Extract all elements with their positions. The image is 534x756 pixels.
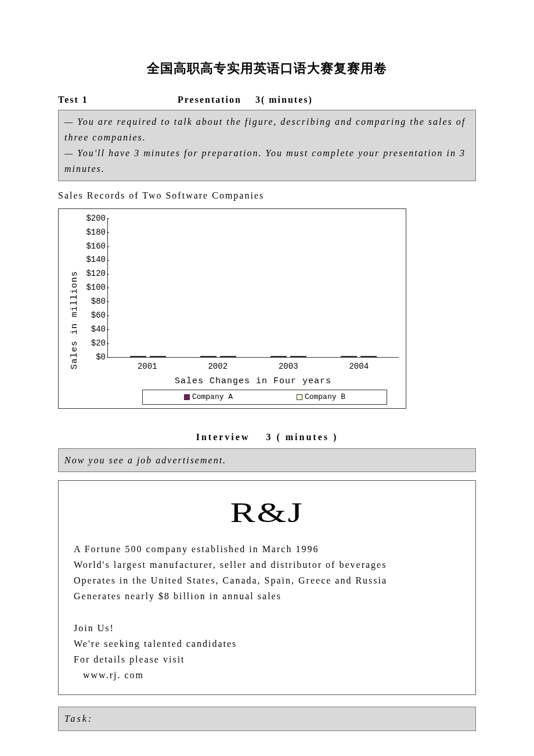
bar-company-b [290,356,306,357]
chart-caption: Sales Records of Two Software Companies [58,188,476,203]
y-tick: $200 [80,212,106,225]
section-timing: 3( minutes) [255,95,313,105]
task-box: Task: [58,707,476,730]
task-label: Task: [64,714,93,723]
presentation-header: Test 1 Presentation 3( minutes) [58,92,476,107]
ad-join: Join Us! [74,620,460,636]
legend-swatch-icon [184,394,190,400]
bar-company-a [130,356,146,357]
bar-company-a [200,356,217,357]
ad-logo: R&J [6,489,528,537]
instruction-line: — You'll have 3 minutes for preparation.… [64,145,470,177]
section-label: Presentation [178,95,241,105]
bar-group [270,356,306,357]
y-tick: $160 [80,240,106,253]
bar-company-b [150,356,166,357]
interview-intro: Now you see a job advertisement. [58,448,476,472]
ad-line: Operates in the United States, Canada, S… [74,573,460,588]
bar-company-b [220,356,236,357]
y-tick: $100 [80,281,106,294]
chart: Sales in millions $0 $20 $40 $60 $80 $10… [58,208,406,409]
interview-header: Interview 3 ( minutes ) [58,430,476,445]
ad-line: A Fortune 500 company established in Mar… [74,541,460,557]
y-tick: $80 [80,295,106,308]
legend: Company A Company B [142,390,387,405]
bars [108,218,399,357]
presentation-instructions: — You are required to talk about the fig… [58,110,476,181]
y-tick: $120 [80,268,106,280]
ad-line: Generates nearly $8 billion in annual sa… [74,588,460,604]
bar-group [130,356,166,357]
y-tick: $180 [80,226,106,239]
legend-swatch-icon [297,394,302,400]
bar-company-a [341,356,357,357]
legend-label: Company A [192,391,233,404]
interview-timing: 3 ( minutes ) [266,432,338,442]
legend-item: Company A [184,391,233,404]
x-axis-label: Sales Changes in Four years [107,375,399,388]
y-tick: $60 [80,309,106,322]
y-axis-label: Sales in millions [66,218,82,405]
legend-item: Company B [297,391,345,404]
bar-group [341,356,377,357]
ad-seek: We're seeking talented candidates [74,636,460,651]
y-tick: $140 [80,254,106,267]
legend-label: Company B [305,391,345,404]
ad-details: For details please visit [74,651,460,667]
x-tick: 2002 [208,360,228,373]
x-tick: 2003 [279,360,298,373]
bar-group [200,356,236,357]
x-tick: 2004 [349,360,369,373]
x-ticks: 2001 2002 2003 2004 [107,358,399,373]
ad-line: World's largest manufacturer, seller and… [74,557,460,573]
interview-label: Interview [196,432,250,442]
job-advertisement: R&J A Fortune 500 company established in… [58,480,476,695]
bar-company-b [360,356,377,357]
y-tick: $40 [80,323,106,336]
test-number: Test 1 [58,92,174,107]
x-tick: 2001 [138,360,157,373]
instruction-line: — You are required to talk about the fig… [64,114,470,145]
y-tick: $0 [80,351,106,363]
ad-url: www.rj. com [74,667,460,683]
y-tick: $20 [80,337,106,350]
page-title: 全国高职高专实用英语口语大赛复赛用卷 [58,58,476,78]
section-name: Presentation 3( minutes) [178,92,313,107]
bar-company-a [270,356,287,357]
plot-area: $0 $20 $40 $60 $80 $100 $120 $140 $160 $… [107,218,399,358]
